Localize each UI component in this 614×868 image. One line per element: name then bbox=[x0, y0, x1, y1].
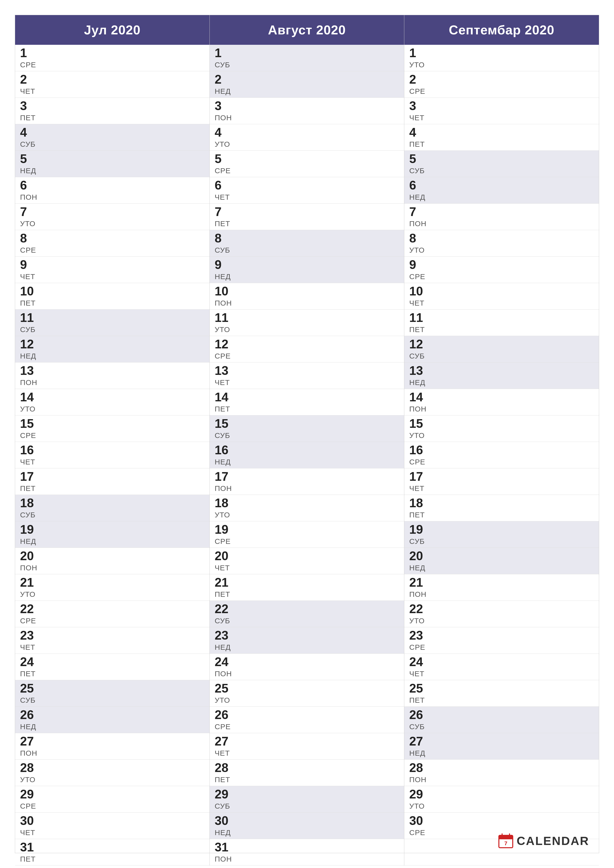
day-info: 20НЕД bbox=[409, 550, 429, 572]
day-name: ЧЕТ bbox=[215, 564, 235, 572]
day-number: 8 bbox=[215, 232, 235, 245]
day-row: 12СУБ bbox=[404, 336, 599, 363]
day-number: 25 bbox=[409, 682, 429, 694]
day-info: 6ЧЕТ bbox=[215, 179, 235, 202]
brand-text: CALENDAR bbox=[517, 834, 589, 848]
day-number: 4 bbox=[20, 126, 40, 139]
day-row: 2СРЕ bbox=[404, 71, 599, 98]
day-name: УТО bbox=[20, 775, 40, 784]
day-row: 12НЕД bbox=[15, 336, 210, 363]
day-info: 21УТО bbox=[20, 576, 40, 598]
day-number: 10 bbox=[20, 285, 40, 298]
day-row: 26СУБ bbox=[404, 707, 599, 733]
day-number: 25 bbox=[20, 682, 40, 694]
day-name: НЕД bbox=[20, 722, 40, 731]
day-info: 3ЧЕТ bbox=[409, 100, 429, 122]
day-name: НЕД bbox=[409, 193, 429, 202]
day-number: 21 bbox=[20, 576, 40, 589]
day-number: 14 bbox=[215, 391, 235, 403]
day-info: 1СРЕ bbox=[20, 47, 40, 69]
day-number: 12 bbox=[20, 338, 40, 350]
day-row: 29СУБ bbox=[210, 786, 404, 812]
day-number: 20 bbox=[20, 550, 40, 562]
day-name: УТО bbox=[409, 617, 429, 625]
day-name: НЕД bbox=[215, 458, 235, 466]
day-number: 15 bbox=[215, 417, 235, 430]
day-name: СРЕ bbox=[20, 431, 40, 440]
day-number: 24 bbox=[20, 656, 40, 668]
day-row: 21ПОН bbox=[404, 574, 599, 601]
day-row: 15УТО bbox=[404, 415, 599, 442]
day-number: 4 bbox=[409, 126, 429, 139]
day-info: 18СУБ bbox=[20, 497, 40, 519]
day-name: ПОН bbox=[409, 220, 429, 228]
day-number: 31 bbox=[20, 841, 40, 853]
day-row: 14ПОН bbox=[404, 389, 599, 415]
day-number: 14 bbox=[20, 391, 40, 403]
day-info: 16НЕД bbox=[215, 444, 235, 466]
day-number: 22 bbox=[20, 603, 40, 615]
day-row: 18ПЕТ bbox=[404, 495, 599, 521]
day-name: УТО bbox=[409, 246, 429, 254]
day-row: 10ЧЕТ bbox=[404, 283, 599, 310]
day-name: СРЕ bbox=[20, 246, 40, 254]
day-name: СУБ bbox=[215, 617, 235, 625]
day-info: 17ПОН bbox=[215, 470, 235, 493]
day-number: 15 bbox=[20, 417, 40, 430]
day-name: НЕД bbox=[409, 564, 429, 572]
day-name: ПЕТ bbox=[409, 511, 429, 519]
day-row: 17ЧЕТ bbox=[404, 468, 599, 495]
day-name: СУБ bbox=[20, 696, 40, 704]
day-info: 2ЧЕТ bbox=[20, 73, 40, 96]
day-name: УТО bbox=[215, 511, 235, 519]
day-number: 6 bbox=[215, 179, 235, 192]
day-info: 21ПЕТ bbox=[215, 576, 235, 598]
day-number: 24 bbox=[409, 656, 429, 668]
day-number: 10 bbox=[215, 285, 235, 298]
day-number: 27 bbox=[215, 735, 235, 747]
day-row: 24ПЕТ bbox=[15, 654, 210, 680]
day-name: НЕД bbox=[20, 352, 40, 360]
day-row: 27НЕД bbox=[404, 733, 599, 760]
day-number: 12 bbox=[215, 338, 235, 350]
day-name: СУБ bbox=[409, 166, 429, 175]
day-name: СРЕ bbox=[409, 87, 429, 96]
day-info: 10ПЕТ bbox=[20, 285, 40, 307]
day-number: 19 bbox=[20, 523, 40, 536]
day-info: 23СРЕ bbox=[409, 629, 429, 651]
day-info: 4СУБ bbox=[20, 126, 40, 149]
day-name: ПОН bbox=[215, 113, 235, 122]
day-name: ПОН bbox=[215, 855, 235, 863]
day-info: 15СРЕ bbox=[20, 417, 40, 440]
day-number: 1 bbox=[20, 47, 40, 59]
day-name: ПОН bbox=[409, 775, 429, 784]
day-number: 3 bbox=[409, 100, 429, 112]
day-number: 11 bbox=[409, 312, 429, 324]
day-info: 26СУБ bbox=[409, 708, 429, 731]
day-info: 2СРЕ bbox=[409, 73, 429, 96]
day-name: УТО bbox=[20, 220, 40, 228]
month-col-septembar: Септембар 20201УТО2СРЕ3ЧЕТ4ПЕТ5СУБ6НЕД7П… bbox=[404, 15, 599, 865]
day-number: 2 bbox=[215, 73, 235, 85]
calendar-grid: Јул 20201СРЕ2ЧЕТ3ПЕТ4СУБ5НЕД6ПОН7УТО8СРЕ… bbox=[15, 15, 599, 853]
day-name: НЕД bbox=[409, 749, 429, 757]
day-info: 11УТО bbox=[215, 312, 235, 334]
day-info: 29СРЕ bbox=[20, 788, 40, 811]
day-info: 13ПОН bbox=[20, 364, 40, 387]
day-row: 28ПЕТ bbox=[210, 760, 404, 786]
day-number: 28 bbox=[215, 762, 235, 774]
day-row: 22СУБ bbox=[210, 601, 404, 627]
day-info: 22СРЕ bbox=[20, 603, 40, 625]
day-row: 5СУБ bbox=[404, 151, 599, 177]
day-row: 10ПОН bbox=[210, 283, 404, 310]
day-row: 25СУБ bbox=[15, 680, 210, 707]
days-container-avgust: 1СУБ2НЕД3ПОН4УТО5СРЕ6ЧЕТ7ПЕТ8СУБ9НЕД10ПО… bbox=[210, 45, 404, 865]
day-name: ПОН bbox=[20, 378, 40, 387]
day-number: 30 bbox=[409, 815, 429, 827]
day-info: 20ПОН bbox=[20, 550, 40, 572]
day-info: 6НЕД bbox=[409, 179, 429, 202]
day-info: 31ПОН bbox=[215, 841, 235, 863]
day-name: СРЕ bbox=[409, 458, 429, 466]
day-info: 15СУБ bbox=[215, 417, 235, 440]
day-info: 23НЕД bbox=[215, 629, 235, 651]
